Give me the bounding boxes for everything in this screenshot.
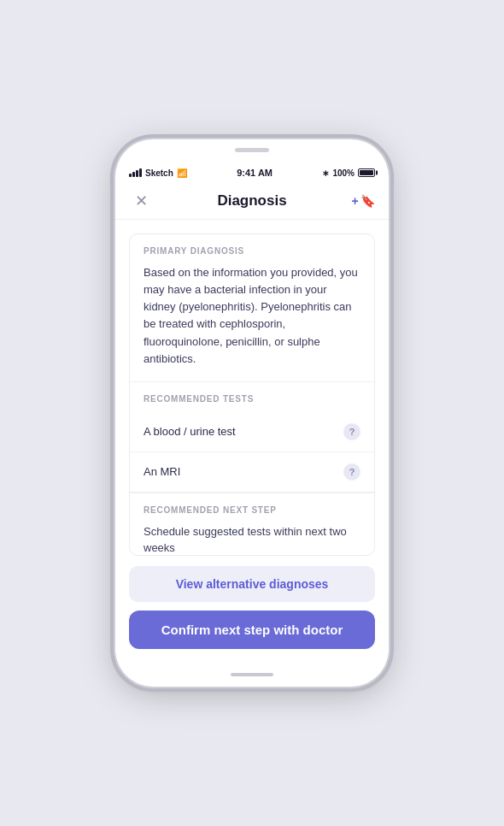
battery-fill bbox=[360, 170, 373, 175]
wifi-icon: 📶 bbox=[177, 168, 187, 178]
action-area: View alternative diagnoses Confirm next … bbox=[129, 556, 375, 649]
bluetooth-icon: ∗ bbox=[322, 168, 329, 178]
status-right: ∗ 100% bbox=[322, 168, 375, 178]
speaker bbox=[235, 148, 269, 152]
page-title: Diagnosis bbox=[217, 192, 286, 209]
close-button[interactable]: ✕ bbox=[129, 189, 153, 213]
close-icon: ✕ bbox=[135, 192, 148, 210]
test-item-2: An MRI ? bbox=[130, 452, 374, 493]
home-indicator bbox=[115, 663, 389, 687]
diagnosis-card: PRIMARY DIAGNOSIS Based on the informati… bbox=[129, 233, 375, 556]
bookmark-icon: 🔖 bbox=[360, 194, 375, 208]
phone-top-bar bbox=[115, 139, 389, 163]
content-area: PRIMARY DIAGNOSIS Based on the informati… bbox=[115, 220, 389, 663]
battery-icon bbox=[358, 168, 375, 177]
confirm-next-step-button[interactable]: Confirm next step with doctor bbox=[129, 611, 375, 649]
test-name-1: A blood / urine test bbox=[144, 425, 236, 438]
primary-diagnosis-label: PRIMARY DIAGNOSIS bbox=[130, 234, 374, 264]
plus-icon: + bbox=[351, 194, 358, 208]
recommended-tests-label: RECOMMENDED TESTS bbox=[130, 382, 374, 412]
test-info-button-1[interactable]: ? bbox=[343, 423, 360, 440]
status-left: Sketch 📶 bbox=[129, 168, 187, 178]
status-time: 9:41 AM bbox=[237, 168, 273, 178]
nav-bar: ✕ Diagnosis + 🔖 bbox=[115, 182, 389, 220]
test-name-2: An MRI bbox=[144, 465, 180, 478]
signal-bars-icon bbox=[129, 168, 142, 177]
next-step-text: Schedule suggested tests within next two… bbox=[130, 523, 374, 556]
carrier-label: Sketch bbox=[145, 168, 173, 178]
test-info-button-2[interactable]: ? bbox=[343, 463, 360, 481]
test-item-1: A blood / urine test ? bbox=[130, 412, 374, 452]
diagnosis-text: Based on the information you provided, y… bbox=[130, 264, 374, 381]
status-bar: Sketch 📶 9:41 AM ∗ 100% bbox=[115, 163, 389, 182]
recommended-next-step-label: RECOMMENDED NEXT STEP bbox=[130, 493, 374, 523]
battery-label: 100% bbox=[332, 168, 355, 178]
phone-frame: Sketch 📶 9:41 AM ∗ 100% ✕ Diagnosis + 🔖 … bbox=[115, 139, 389, 687]
bookmark-button[interactable]: + 🔖 bbox=[351, 189, 375, 213]
view-alternatives-button[interactable]: View alternative diagnoses bbox=[129, 566, 375, 602]
home-bar bbox=[231, 673, 273, 676]
